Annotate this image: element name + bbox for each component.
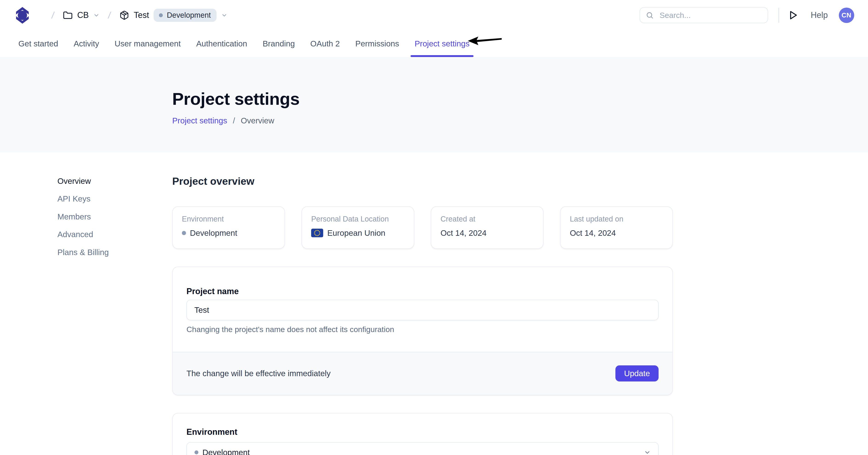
tab-project-settings-label: Project settings — [414, 39, 469, 48]
breadcrumb-org[interactable]: CB — [63, 10, 100, 20]
card-value: Development — [182, 228, 275, 237]
update-button[interactable]: Update — [615, 365, 658, 381]
project-name-panel-body: Project name Changing the project's name… — [173, 267, 672, 352]
section-title: Project overview — [172, 175, 673, 188]
content-area: Overview API Keys Members Advanced Plans… — [0, 152, 868, 455]
breadcrumb-current: Overview — [241, 116, 274, 125]
environment-select[interactable]: Development — [186, 442, 658, 455]
project-name-panel: Project name Changing the project's name… — [172, 266, 673, 395]
page-title: Project settings — [172, 89, 868, 109]
breadcrumb-project[interactable]: Test Development — [119, 9, 227, 22]
sidebar-item-api-keys[interactable]: API Keys — [57, 193, 172, 204]
status-dot-icon — [194, 450, 198, 455]
chevron-down-icon — [221, 12, 227, 19]
footer-note: The change will be effective immediately — [186, 369, 331, 378]
info-cards-row: Environment Development Personal Data Lo… — [172, 206, 673, 249]
tab-user-management[interactable]: User management — [115, 31, 181, 57]
breadcrumb-separator: / — [107, 10, 112, 21]
chevron-down-icon — [93, 12, 100, 19]
corbado-logo-icon[interactable] — [16, 6, 29, 24]
tab-permissions[interactable]: Permissions — [355, 31, 399, 57]
help-link[interactable]: Help — [811, 10, 828, 20]
status-dot-icon — [182, 231, 186, 235]
card-value: European Union — [311, 228, 405, 237]
status-dot-icon — [159, 13, 163, 18]
tab-get-started[interactable]: Get started — [19, 31, 58, 57]
run-button[interactable] — [789, 10, 799, 21]
avatar[interactable]: CN — [839, 7, 855, 23]
card-value: Oct 14, 2024 — [440, 228, 534, 237]
card-label: Personal Data Location — [311, 215, 405, 223]
tab-activity[interactable]: Activity — [74, 31, 99, 57]
card-value-text: Oct 14, 2024 — [570, 228, 616, 237]
project-name-panel-footer: The change will be effective immediately… — [173, 352, 672, 395]
tab-authentication[interactable]: Authentication — [196, 31, 247, 57]
card-value-text: Oct 14, 2024 — [440, 228, 486, 237]
card-label: Last updated on — [570, 215, 663, 223]
environment-badge-label: Development — [167, 11, 211, 20]
top-header: / CB / Test Development — [0, 0, 868, 31]
card-created-at: Created at Oct 14, 2024 — [431, 206, 544, 249]
environment-badge: Development — [154, 9, 217, 22]
project-name-label: Project name — [186, 287, 658, 296]
project-name: Test — [134, 10, 149, 20]
card-personal-data-location: Personal Data Location — [302, 206, 414, 249]
annotation-arrow-icon — [468, 35, 503, 47]
header-divider — [778, 8, 779, 23]
search-icon — [646, 11, 654, 19]
breadcrumb-separator: / — [51, 10, 55, 21]
tab-branding[interactable]: Branding — [263, 31, 295, 57]
chevron-down-icon — [644, 449, 651, 455]
sidebar-item-members[interactable]: Members — [57, 211, 172, 223]
app-root: / CB / Test Development — [0, 0, 868, 455]
project-name-helper: Changing the project's name does not aff… — [186, 325, 658, 334]
card-value-text: European Union — [327, 228, 385, 237]
environment-label: Environment — [186, 427, 658, 437]
environment-select-value: Development — [203, 448, 250, 455]
main-tabs: Get started Activity User management Aut… — [0, 31, 868, 57]
sidebar-item-plans-billing[interactable]: Plans & Billing — [57, 247, 172, 258]
card-last-updated: Last updated on Oct 14, 2024 — [560, 206, 673, 249]
main-panel: Project overview Environment Development… — [172, 175, 673, 455]
settings-sidebar: Overview API Keys Members Advanced Plans… — [57, 175, 172, 455]
breadcrumb-separator: / — [233, 116, 235, 125]
breadcrumb: Project settings / Overview — [172, 116, 868, 125]
card-environment: Environment Development — [172, 206, 285, 249]
card-label: Created at — [440, 215, 534, 223]
tab-oauth-2[interactable]: OAuth 2 — [310, 31, 340, 57]
environment-panel: Environment Development — [172, 413, 673, 455]
org-name: CB — [77, 10, 89, 20]
header-actions: Help CN — [640, 7, 854, 23]
search-input[interactable] — [658, 10, 762, 20]
breadcrumb-link-project-settings[interactable]: Project settings — [172, 116, 227, 125]
folder-icon — [63, 10, 73, 20]
page-hero: Project settings Project settings / Over… — [0, 57, 868, 152]
package-icon — [119, 10, 129, 20]
eu-flag-icon — [311, 229, 323, 237]
card-value: Oct 14, 2024 — [570, 228, 663, 237]
tab-project-settings[interactable]: Project settings — [414, 31, 469, 57]
card-label: Environment — [182, 215, 275, 223]
sidebar-item-overview[interactable]: Overview — [57, 175, 172, 187]
search-box[interactable] — [640, 7, 768, 23]
project-name-input[interactable] — [186, 300, 658, 320]
sidebar-item-advanced[interactable]: Advanced — [57, 229, 172, 240]
card-value-text: Development — [190, 228, 237, 237]
environment-panel-body: Environment Development — [173, 414, 672, 455]
